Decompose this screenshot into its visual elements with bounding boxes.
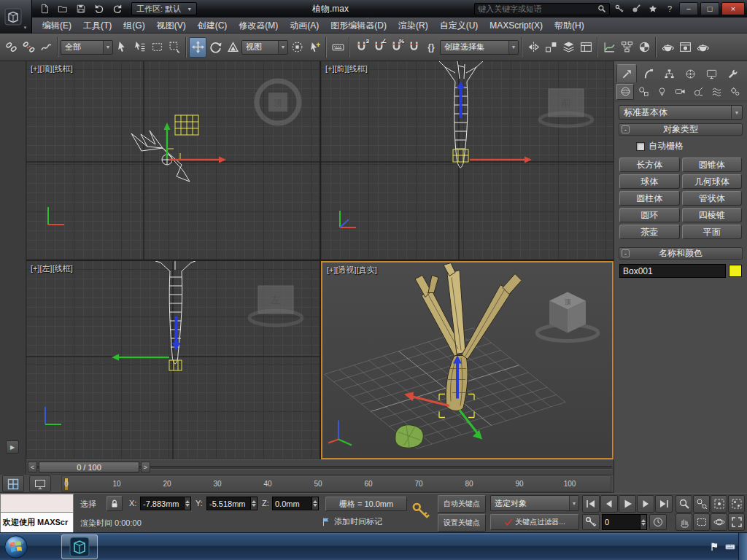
new-scene-button[interactable] (36, 1, 53, 16)
play-animation-button[interactable] (619, 495, 636, 513)
unlink-selection-button[interactable] (20, 37, 37, 58)
undo-button[interactable] (91, 1, 107, 16)
primitive-geosphere-button[interactable]: 几何球体 (682, 174, 743, 189)
spinner-icon[interactable] (311, 497, 318, 510)
search-icon[interactable] (595, 2, 609, 15)
spinner-icon[interactable] (640, 515, 646, 529)
menu-views[interactable]: 视图(V) (151, 18, 192, 34)
viewport-top-label[interactable]: [+][顶][线框] (31, 63, 73, 74)
select-and-manipulate-button[interactable] (306, 37, 323, 58)
curve-editor-button[interactable] (600, 37, 618, 58)
subtab-lights[interactable] (653, 84, 670, 100)
object-name-field[interactable] (619, 264, 726, 278)
left-dock-expand-button[interactable]: ▶ (6, 440, 19, 454)
tab-motion[interactable] (680, 64, 700, 82)
snap-toggle-3d-button[interactable]: 3 (352, 37, 370, 58)
tab-display[interactable] (701, 64, 721, 82)
select-and-rotate-button[interactable] (206, 37, 224, 58)
subtab-shapes[interactable] (635, 84, 652, 100)
menu-help[interactable]: 帮助(H) (549, 18, 590, 34)
menu-animation[interactable]: 动画(A) (284, 18, 325, 34)
minimize-button[interactable]: − (679, 2, 698, 15)
viewport-perspective-label[interactable]: [+][透视][真实] (327, 265, 377, 276)
use-pivot-point-center-button[interactable] (288, 37, 306, 58)
tab-create[interactable] (616, 64, 637, 82)
edit-named-selection-sets-button[interactable]: {} (422, 37, 440, 58)
viewport-front[interactable]: 前 [+][前][线框] (321, 61, 614, 260)
tray-language-keyboard-icon[interactable] (725, 542, 735, 552)
menu-graph-editors[interactable]: 图形编辑器(D) (325, 18, 392, 34)
rollout-name-color[interactable]: - 名称和颜色 (619, 247, 743, 260)
show-desktop-button[interactable] (738, 533, 747, 560)
taskbar-3dsmax-button[interactable] (61, 534, 98, 559)
workspace-dropdown[interactable]: 工作区: 默认 ▼ (131, 2, 197, 15)
menu-group[interactable]: 组(G) (117, 18, 150, 34)
go-to-start-button[interactable] (582, 495, 600, 513)
subtab-helpers[interactable] (689, 84, 707, 100)
macro-recorder-line[interactable] (0, 494, 74, 513)
primitive-category-dropdown[interactable]: 标准基本体 ▼ (619, 105, 743, 120)
time-slider-handle[interactable]: 0 / 100 (39, 462, 139, 472)
primitive-pyramid-button[interactable]: 四棱锥 (682, 208, 743, 222)
menu-tools[interactable]: 工具(T) (77, 18, 117, 34)
spinner-icon[interactable] (250, 497, 257, 510)
viewport-front-label[interactable]: [+][前][线框] (325, 63, 368, 74)
primitive-tube-button[interactable]: 管状体 (682, 191, 743, 206)
angle-snap-toggle[interactable]: ∠ (370, 37, 387, 58)
subtab-systems[interactable] (726, 84, 743, 100)
primitive-cylinder-button[interactable]: 圆柱体 (619, 191, 680, 206)
percent-snap-toggle[interactable]: % (387, 37, 405, 58)
time-slider-prev-button[interactable]: < (28, 462, 37, 472)
set-key-button[interactable]: 设置关键点 (438, 514, 486, 532)
z-coordinate-field[interactable]: 0.0mm (272, 497, 319, 510)
set-key-mode-big-button[interactable] (411, 502, 430, 521)
primitive-box-button[interactable]: 长方体 (619, 158, 680, 172)
pan-view-button[interactable] (676, 513, 692, 531)
start-button[interactable] (3, 534, 29, 560)
menu-customize[interactable]: 自定义(U) (434, 18, 484, 34)
application-menu-button[interactable]: ▼ (0, 0, 32, 34)
viewport-left[interactable]: 左 [+][左][线框] (26, 261, 320, 459)
named-selection-set-dropdown[interactable]: 创建选择集 ▼ (440, 40, 519, 55)
mirror-button[interactable] (525, 37, 542, 58)
align-button[interactable] (542, 37, 560, 58)
object-color-swatch[interactable] (729, 265, 742, 277)
spinner-snap-toggle[interactable] (405, 37, 422, 58)
zoom-extents-button[interactable] (711, 495, 727, 513)
time-slider-next-button[interactable]: > (141, 462, 150, 472)
select-and-move-button[interactable] (189, 37, 206, 58)
menu-maxscript[interactable]: MAXScript(X) (484, 18, 549, 34)
auto-key-button[interactable]: 自动关键点 (438, 495, 486, 513)
layer-manager-button[interactable] (560, 37, 577, 58)
next-frame-button[interactable] (637, 495, 654, 513)
rollout-object-type[interactable]: - 对象类型 (619, 123, 743, 136)
viewport-perspective-active[interactable]: 顶 [+][透视][真实] (321, 261, 614, 459)
tray-notification-icon[interactable] (710, 542, 720, 552)
rendered-frame-window-button[interactable] (676, 37, 694, 58)
selection-filter-dropdown[interactable]: 全部 ▼ (61, 40, 113, 55)
primitive-teapot-button[interactable]: 茶壶 (619, 225, 680, 239)
menu-modifiers[interactable]: 修改器(M) (233, 18, 284, 34)
maxscript-mini-listener[interactable]: 欢迎使用 MAXScr (0, 513, 74, 533)
primitive-torus-button[interactable]: 圆环 (619, 208, 680, 222)
orbit-viewport-button[interactable] (711, 513, 727, 531)
window-crossing-toggle[interactable] (166, 37, 183, 58)
autogrid-checkbox[interactable] (636, 142, 645, 151)
keyboard-shortcut-override-toggle[interactable] (329, 37, 347, 58)
maximize-viewport-toggle[interactable] (728, 513, 745, 531)
zoom-button[interactable] (676, 495, 692, 513)
primitive-sphere-button[interactable]: 球体 (619, 174, 680, 189)
render-production-button[interactable] (694, 37, 711, 58)
subtab-cameras[interactable] (671, 84, 689, 100)
material-editor-button[interactable] (635, 37, 653, 58)
reference-coordinate-dropdown[interactable]: 视图 ▼ (241, 40, 288, 55)
previous-frame-button[interactable] (600, 495, 618, 513)
communication-center-button[interactable] (629, 2, 643, 15)
scene-explorer-button[interactable] (29, 475, 51, 492)
menu-edit[interactable]: 编辑(E) (36, 18, 77, 34)
selection-lock-toggle[interactable] (107, 496, 123, 511)
viewport-top[interactable]: 顶 [+][顶][线框] (26, 61, 320, 260)
track-bar[interactable]: 0 10 20 30 40 50 60 70 80 90 100 (61, 475, 611, 492)
open-file-button[interactable] (55, 1, 71, 16)
viewport-layout-tabs-button[interactable] (2, 475, 24, 492)
